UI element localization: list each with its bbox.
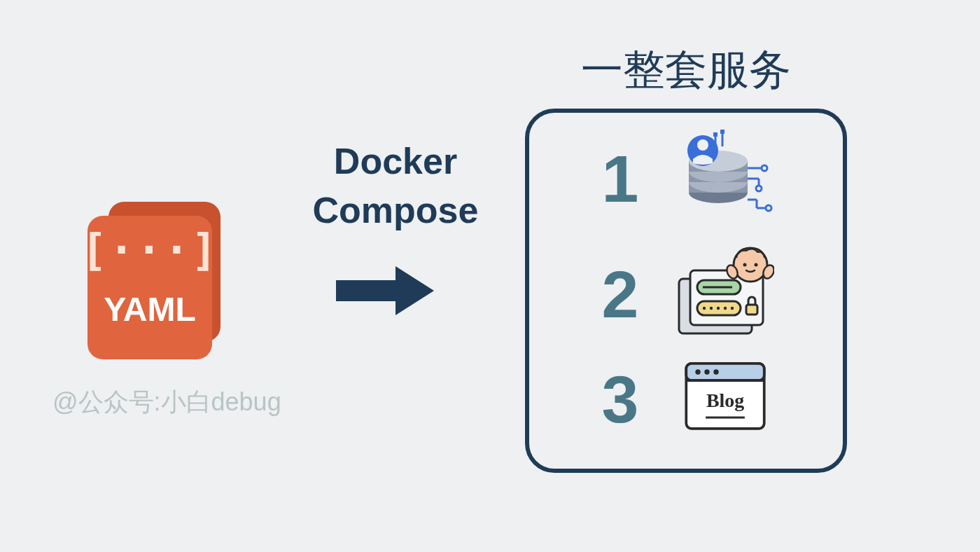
svg-point-11: [697, 139, 708, 151]
svg-text:[···]: [···]: [88, 224, 218, 275]
svg-point-33: [724, 307, 727, 310]
svg-point-32: [717, 307, 720, 310]
svg-point-38: [755, 263, 758, 267]
docker-compose-label: Docker Compose: [294, 137, 497, 235]
blog-window-icon: Blog: [676, 350, 774, 448]
service-row-2: 2: [592, 245, 774, 343]
compose-line2: Compose: [294, 186, 497, 235]
service-number-1: 1: [592, 141, 648, 217]
arrow-right-icon: [329, 259, 441, 325]
svg-point-44: [695, 369, 700, 374]
svg-rect-13: [713, 132, 718, 137]
svg-point-24: [766, 205, 771, 211]
svg-point-34: [731, 307, 734, 310]
service-row-3: 3 Blog: [592, 350, 774, 448]
database-user-icon: [676, 130, 774, 228]
svg-point-30: [703, 307, 706, 310]
svg-point-31: [710, 307, 713, 310]
compose-line1: Docker: [294, 137, 497, 186]
login-credentials-icon: [676, 245, 774, 343]
svg-point-17: [762, 165, 767, 171]
svg-rect-35: [746, 305, 757, 315]
svg-point-45: [704, 369, 709, 374]
service-number-3: 3: [592, 361, 648, 438]
service-row-1: 1: [592, 130, 774, 228]
svg-point-20: [756, 186, 762, 191]
service-number-2: 2: [592, 256, 648, 333]
svg-point-37: [743, 263, 747, 267]
attribution-text: @公众号:小白debug: [52, 385, 281, 420]
yaml-text: YAML: [104, 291, 196, 328]
blog-label: Blog: [706, 389, 744, 411]
yaml-file-icon: [···] YAML: [88, 202, 227, 359]
svg-point-46: [713, 369, 718, 374]
svg-rect-15: [720, 130, 724, 134]
services-title: 一整套服务: [522, 42, 850, 99]
